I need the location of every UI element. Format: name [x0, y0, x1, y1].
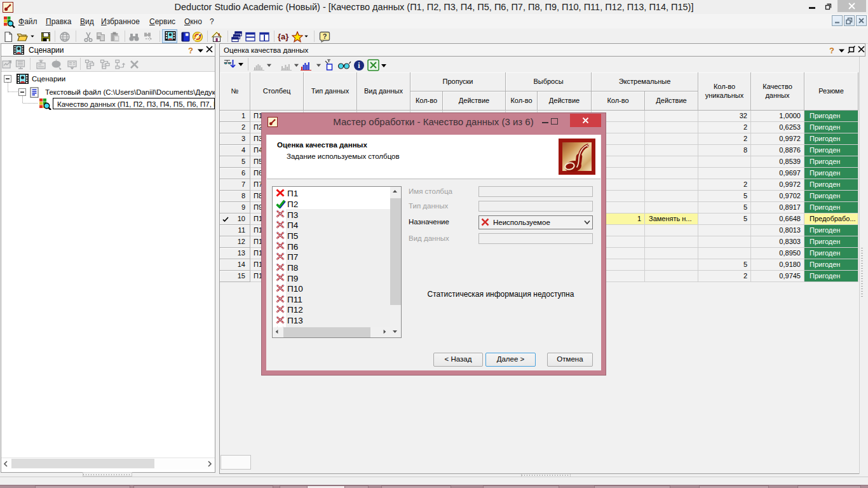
- svg-text:?: ?: [323, 32, 327, 40]
